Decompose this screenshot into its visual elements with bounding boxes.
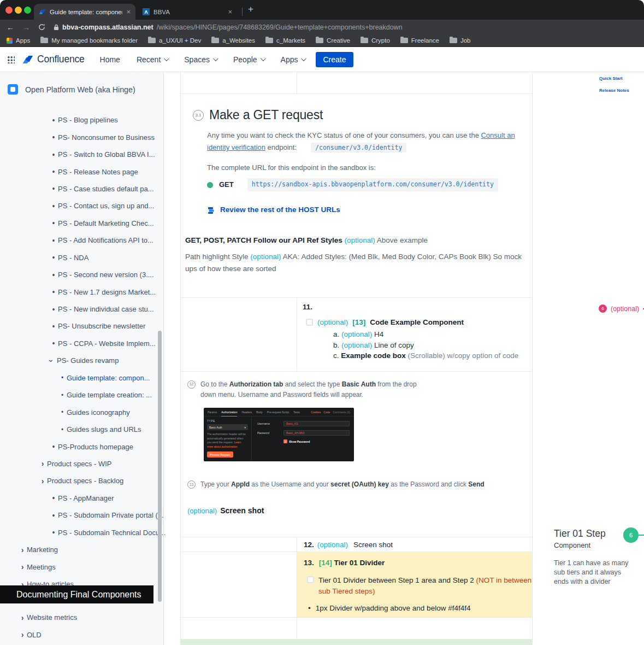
- reload-button[interactable]: [38, 24, 45, 31]
- preview-request-button[interactable]: Preview Request: [207, 452, 233, 458]
- chevron-right-icon: [18, 562, 27, 571]
- tab-title: BBVA: [153, 9, 224, 15]
- close-tab-icon[interactable]: ×: [126, 8, 131, 15]
- bookmark-folder[interactable]: Crypto: [361, 37, 390, 44]
- forward-button[interactable]: →: [22, 23, 30, 32]
- sidebar-item-collapsed[interactable]: Marketing: [0, 541, 163, 558]
- postman-tab-active[interactable]: Authorization: [221, 408, 237, 417]
- comments-link[interactable]: Comments (0): [333, 411, 350, 414]
- sidebar-item[interactable]: PS - CCPA - Website Implem...: [0, 335, 163, 352]
- space-header[interactable]: Open Platform Web (aka Hinge): [8, 84, 135, 95]
- sidebar-item[interactable]: PS - Subdomain Technical Docu...: [0, 524, 163, 541]
- nav-item-spaces[interactable]: Spaces: [184, 55, 217, 64]
- chevron-down-icon: [164, 56, 169, 61]
- url-path: /wiki/spaces/HINGE/pages/748683269/Guide…: [157, 24, 403, 31]
- bullet-icon: [49, 236, 58, 245]
- bookmark-folder[interactable]: My managed bookmarks folder: [40, 37, 138, 44]
- sidebar-item[interactable]: PS-Products homepage: [0, 438, 163, 455]
- sidebar-item[interactable]: PS - Switch to Global BBVA I...: [0, 146, 163, 163]
- postman-tab[interactable]: Tests: [293, 411, 300, 414]
- bookmark-folder[interactable]: c_Markets: [265, 37, 305, 44]
- cookies-link[interactable]: Cookies: [311, 411, 321, 414]
- password-input[interactable]: Basic_AH-M53: [283, 430, 350, 436]
- chevron-down-icon: [261, 56, 266, 61]
- bookmark-folder[interactable]: Creative: [316, 37, 350, 44]
- sidebar-item-collapsed[interactable]: Product specs - Backlog: [0, 472, 163, 489]
- confluence-logo[interactable]: Confluence: [22, 54, 85, 65]
- sidebar-item[interactable]: PS - Case studies default pa...: [0, 180, 163, 197]
- sidebar-item-collapsed[interactable]: Website metrics: [0, 609, 163, 626]
- show-password-checkbox[interactable]: ✓: [283, 439, 287, 443]
- sub-list-item: b. (optional) Line of copy: [333, 340, 532, 351]
- app-switcher-icon[interactable]: [7, 55, 15, 63]
- sidebar-item-collapsed[interactable]: OLD: [0, 626, 163, 643]
- nav-item-recent[interactable]: Recent: [137, 55, 168, 64]
- sidebar-item[interactable]: PS - Contact us, sign up and...: [0, 197, 163, 214]
- paragraph: The complete URL for this endpoint in th…: [207, 162, 516, 174]
- tab-title: Guide template: components b: [50, 9, 122, 15]
- sidebar-item[interactable]: PS - NDA: [0, 249, 163, 266]
- bullet-icon: [58, 426, 67, 433]
- new-tab-button[interactable]: +: [248, 4, 253, 15]
- bookmark-folder[interactable]: a_Websites: [211, 37, 255, 44]
- get-request-section: 3.1 Make a GET request Any time you want…: [181, 108, 532, 298]
- sidebar-item-collapsed[interactable]: Product specs - WIP: [0, 455, 163, 472]
- checkbox[interactable]: [306, 319, 313, 326]
- confluence-favicon-icon: [39, 8, 46, 15]
- page: Guide template: components b × Λ BBVA × …: [0, 0, 644, 645]
- zoom-window-button[interactable]: [24, 7, 31, 14]
- sidebar-item-expanded[interactable]: PS- Guides revamp: [0, 352, 163, 369]
- browser-tab-inactive[interactable]: Λ BBVA ×: [138, 4, 237, 20]
- sidebar-item[interactable]: PS - Add Notifications API to...: [0, 232, 163, 249]
- create-button[interactable]: Create: [316, 52, 353, 67]
- postman-tab[interactable]: Headers: [241, 411, 252, 414]
- sidebar-item-collapsed[interactable]: Meetings: [0, 558, 163, 575]
- minimize-window-button[interactable]: [15, 7, 22, 14]
- code-link[interactable]: Code: [323, 411, 330, 414]
- checkbox[interactable]: [307, 576, 314, 583]
- username-input[interactable]: Basic_KS: [283, 421, 350, 426]
- bookmark-folder[interactable]: Job: [450, 37, 471, 44]
- nav-item-home[interactable]: Home: [100, 55, 120, 64]
- postman-tab[interactable]: Params: [208, 411, 217, 414]
- sidebar-item[interactable]: PS- Unsubscribe newsletter: [0, 318, 163, 335]
- page-tree: PS - Blog pipelines PS- Nonconsumer to B…: [0, 112, 163, 643]
- sidebar-item[interactable]: Guides slugs and URLs: [0, 421, 163, 438]
- step-13: 13 Type your AppId as the Username and y…: [187, 479, 515, 490]
- postman-tab[interactable]: Body: [256, 411, 262, 414]
- nav-item-apps[interactable]: Apps: [281, 55, 305, 64]
- bookmark-folder[interactable]: Freelance: [400, 37, 439, 44]
- browser-tab-active[interactable]: Guide template: components b ×: [34, 4, 135, 20]
- sidebar-item[interactable]: PS - Release Notes page: [0, 163, 163, 180]
- release-notes-link[interactable]: Release Notes: [599, 88, 629, 93]
- bookmark-apps[interactable]: Apps: [7, 37, 30, 44]
- sidebar-item[interactable]: PS- Nonconsumer to Business: [0, 128, 163, 145]
- close-window-button[interactable]: [5, 7, 13, 14]
- sidebar-item[interactable]: PS - AppManager: [0, 490, 163, 507]
- bookmark-folder[interactable]: a_UX/UI + Dev: [148, 37, 201, 44]
- sidebar-item[interactable]: PS - Second new version (3....: [0, 266, 163, 283]
- sidebar-scrollbar[interactable]: [158, 331, 162, 602]
- sidebar-item[interactable]: PS - New 1.7 designs Market...: [0, 283, 163, 300]
- auth-type-select[interactable]: Basic Auth▾: [207, 424, 248, 430]
- note-line: Path highlight Style (optional) AKA: Add…: [185, 251, 530, 274]
- list-number: 11.: [303, 303, 532, 311]
- postman-tab[interactable]: Pre-request Script: [267, 411, 289, 414]
- close-tab-icon[interactable]: ×: [228, 8, 232, 15]
- sidebar-item[interactable]: Guides iconography: [0, 403, 163, 420]
- bullet-icon: [49, 202, 58, 210]
- confluence-nav: Confluence Home Recent Spaces People App…: [0, 47, 644, 72]
- sidebar-item[interactable]: PS - Subdomain Private portal (...: [0, 507, 163, 524]
- sidebar-item[interactable]: PS - Default Marketing Chec...: [0, 215, 163, 232]
- sidebar-item[interactable]: Guide template creation: ...: [0, 386, 163, 403]
- host-urls-link[interactable]: Review the rest of the HOST URLs: [207, 204, 516, 216]
- address-bar[interactable]: bbva-compass.atlassian.net/wiki/spaces/H…: [54, 24, 403, 31]
- quick-start-link[interactable]: Quick Start: [599, 76, 629, 81]
- bullet-icon: [49, 322, 58, 331]
- back-button[interactable]: ←: [7, 23, 14, 32]
- bookmarks-bar: Apps My managed bookmarks folder a_UX/UI…: [0, 34, 644, 47]
- sidebar-item-current-page[interactable]: Guide template: compon...: [0, 370, 163, 386]
- sidebar-item[interactable]: PS - New individual case stu...: [0, 301, 163, 318]
- nav-item-people[interactable]: People: [233, 55, 264, 64]
- sidebar-item[interactable]: PS - Blog pipelines: [0, 112, 163, 128]
